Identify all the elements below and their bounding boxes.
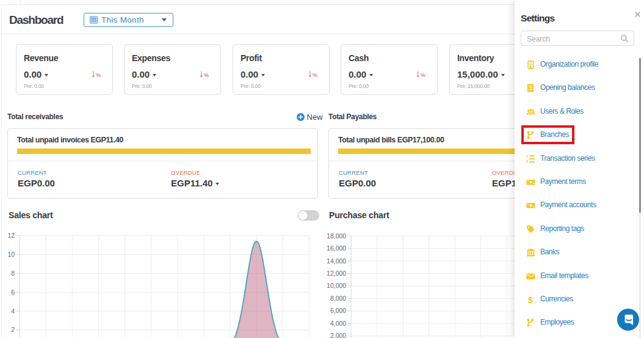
svg-text:2,000: 2,000 (330, 332, 346, 338)
svg-text:1: 1 (526, 155, 529, 158)
svg-text:14,000: 14,000 (327, 257, 346, 265)
svg-text:10: 10 (8, 251, 15, 258)
svg-text:8: 8 (11, 270, 15, 277)
svg-text:2: 2 (11, 326, 15, 333)
svg-text:4: 4 (11, 307, 15, 315)
svg-text:6,000: 6,000 (330, 307, 346, 314)
svg-text:6: 6 (11, 288, 15, 296)
svg-text:10,000: 10,000 (327, 282, 346, 289)
svg-text:12,000: 12,000 (327, 270, 346, 277)
svg-text:12: 12 (8, 232, 15, 239)
svg-text:4,000: 4,000 (330, 320, 346, 327)
svg-text:$: $ (528, 295, 533, 304)
svg-text:8,000: 8,000 (330, 295, 346, 302)
svg-text:16,000: 16,000 (327, 244, 346, 252)
svg-text:18,000: 18,000 (327, 232, 346, 240)
svg-text:2: 2 (526, 160, 529, 163)
